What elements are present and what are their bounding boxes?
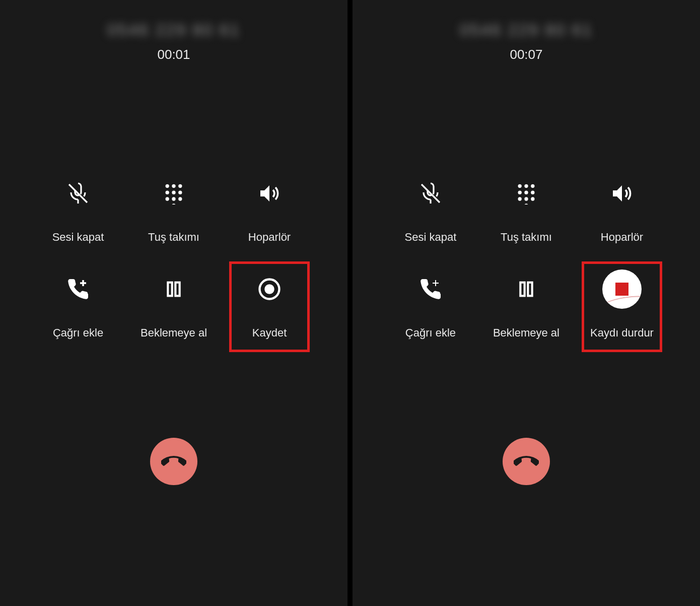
svg-point-28 (524, 197, 528, 200)
svg-point-23 (531, 184, 534, 188)
svg-rect-34 (520, 283, 524, 296)
add-call-button[interactable]: Çağrı ekle (38, 261, 118, 352)
pause-icon (164, 274, 184, 304)
mute-label: Sesi kapat (52, 231, 104, 244)
record-icon (256, 274, 283, 304)
stop-record-icon (602, 274, 642, 304)
svg-marker-31 (613, 185, 622, 201)
end-call-button[interactable] (150, 438, 197, 485)
stop-record-button[interactable]: Kaydı durdur (582, 261, 662, 352)
keypad-button[interactable]: Tuş takımı (133, 166, 214, 256)
svg-rect-16 (175, 283, 179, 296)
mic-off-icon (418, 178, 443, 209)
svg-point-7 (178, 191, 182, 194)
svg-point-10 (178, 197, 182, 200)
dialpad-icon (515, 178, 537, 209)
call-timer: 00:07 (460, 47, 593, 62)
action-grid: Sesi kapat Tuş takımı Hop (30, 163, 317, 355)
svg-point-30 (524, 204, 528, 205)
mic-off-icon (66, 178, 90, 209)
call-screen-left: 0546 229 80 61 00:01 Sesi kapat (0, 0, 347, 606)
mute-label: Sesi kapat (405, 231, 457, 244)
hold-label: Beklemeye al (493, 326, 559, 340)
caller-info: 0546 229 80 61 00:07 (460, 20, 593, 62)
svg-point-3 (172, 184, 175, 188)
speaker-button[interactable]: Hoparlör (582, 166, 662, 256)
svg-marker-12 (260, 185, 269, 201)
mute-button[interactable]: Sesi kapat (390, 166, 471, 256)
hold-label: Beklemeye al (141, 326, 207, 340)
hold-button[interactable]: Beklemeye al (486, 261, 567, 352)
mute-button[interactable]: Sesi kapat (38, 166, 118, 256)
speaker-icon (257, 178, 282, 209)
svg-point-26 (531, 191, 534, 194)
speaker-button[interactable]: Hoparlör (229, 166, 310, 256)
svg-point-27 (518, 197, 521, 200)
svg-point-2 (166, 184, 169, 188)
svg-point-21 (518, 184, 521, 188)
pane-divider (347, 0, 353, 606)
speaker-label: Hoparlör (248, 231, 291, 244)
dialpad-icon (163, 178, 185, 209)
svg-point-22 (524, 184, 528, 188)
speaker-label: Hoparlör (601, 231, 643, 244)
keypad-label: Tuş takımı (501, 231, 552, 244)
svg-point-29 (531, 197, 534, 200)
svg-point-25 (524, 191, 528, 194)
add-call-button[interactable]: Çağrı ekle (390, 261, 471, 352)
svg-point-5 (166, 191, 169, 194)
svg-point-9 (172, 197, 175, 200)
speaker-icon (610, 178, 634, 209)
svg-point-11 (172, 204, 175, 205)
svg-point-24 (518, 191, 521, 194)
end-call-icon (514, 449, 539, 474)
pause-icon (516, 274, 536, 304)
hold-button[interactable]: Beklemeye al (133, 261, 214, 352)
add-call-label: Çağrı ekle (405, 326, 456, 340)
caller-info: 0546 229 80 61 00:01 (107, 20, 240, 62)
stop-record-label: Kaydı durdur (590, 326, 654, 340)
svg-rect-35 (528, 283, 532, 296)
caller-number: 0546 229 80 61 (107, 20, 240, 40)
svg-point-6 (172, 191, 175, 194)
record-label: Kaydet (252, 326, 287, 340)
svg-rect-15 (168, 283, 172, 296)
record-button[interactable]: Kaydet (229, 261, 310, 352)
keypad-label: Tuş takımı (148, 231, 199, 244)
action-grid: Sesi kapat Tuş takımı Hop (383, 163, 670, 355)
svg-point-18 (265, 285, 273, 293)
add-call-icon (418, 274, 443, 304)
svg-point-4 (178, 184, 182, 188)
add-call-label: Çağrı ekle (53, 326, 103, 340)
caller-number: 0546 229 80 61 (460, 20, 593, 40)
call-screen-right: 0546 229 80 61 00:07 Sesi kapat (353, 0, 700, 606)
end-call-button[interactable] (503, 438, 550, 485)
keypad-button[interactable]: Tuş takımı (486, 166, 567, 256)
end-call-icon (161, 449, 186, 474)
svg-point-8 (166, 197, 169, 200)
add-call-icon (66, 274, 90, 304)
call-timer: 00:01 (107, 47, 240, 62)
